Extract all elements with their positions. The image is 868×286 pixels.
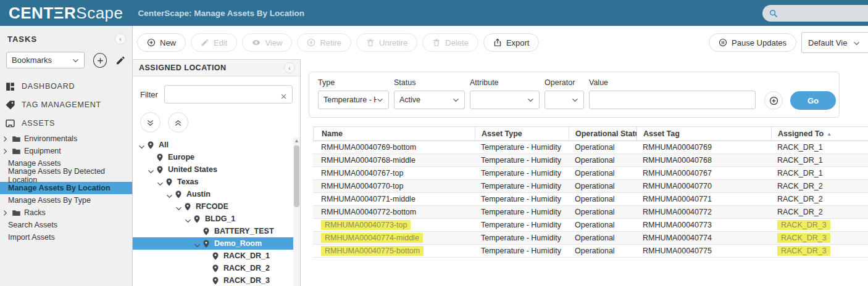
retire-button[interactable]: Retire (297, 33, 351, 52)
scrollbar-thumb[interactable] (294, 145, 299, 207)
sidebar-item-search-assets[interactable]: Search Assets (0, 219, 132, 231)
chevron-down-icon[interactable] (194, 240, 201, 247)
tree-node-rfcode[interactable]: RFCODE (133, 200, 300, 213)
table-row[interactable]: RMHUMA00040770-topTemperature - Humidity… (313, 180, 868, 193)
tree-node-europe[interactable]: Europe (133, 151, 300, 163)
operational_status-value: Operational (575, 182, 615, 190)
add-bookmark-button[interactable] (93, 53, 107, 68)
asset_tag-value: RMHUMA00040773 (643, 221, 712, 229)
tree-node-rack-dr-2[interactable]: RACK_DR_2 (133, 262, 300, 274)
folder-icon (12, 134, 21, 144)
sidebar-item-environmentals[interactable]: Environmentals (0, 133, 132, 145)
column-header-name[interactable]: Name (313, 127, 475, 141)
column-header-asset-tag[interactable]: Asset Tag (636, 127, 771, 141)
attribute-select[interactable] (470, 91, 540, 109)
query-field-label: Status (394, 78, 465, 87)
clear-filter-icon[interactable] (280, 91, 287, 98)
tree-node-demo-room[interactable]: Demo_Room (133, 237, 300, 250)
operational_status-value: Operational (575, 169, 615, 178)
chevron-down-icon[interactable] (138, 142, 145, 149)
global-search[interactable] (762, 5, 868, 22)
new-button[interactable]: New (137, 33, 186, 52)
sidebar-item-equipment[interactable]: Equipment (0, 145, 132, 157)
expand-all-button[interactable] (140, 112, 161, 133)
cell-asset_tag: RMHUMA00040769 (636, 141, 771, 153)
sidebar-item-racks[interactable]: Racks (0, 206, 132, 219)
table-row[interactable]: RMHUMA00040769-bottomTemperature - Humid… (313, 141, 868, 154)
cell-assigned_to: RACK_DR_2 (771, 193, 856, 205)
tree-scrollbar[interactable]: ▲ (293, 137, 300, 286)
asset_tag-value: RMHUMA00040774 (643, 234, 712, 242)
double-chevron-down-icon (146, 118, 154, 126)
table-row[interactable]: RMHUMA00040767-topTemperature - Humidity… (313, 167, 868, 180)
location-pin-icon (165, 178, 173, 187)
go-button[interactable]: Go (790, 91, 836, 110)
column-header-assigned-to[interactable]: Assigned To ▲ (771, 127, 856, 141)
sidebar-item-import-assets[interactable]: Import Assets (0, 231, 132, 243)
tree-node-bldg-1[interactable]: BLDG_1 (133, 213, 300, 225)
edit-bookmarks-button[interactable] (115, 55, 126, 66)
type-select[interactable]: Temperature - Hu (318, 91, 389, 109)
assets-icon (5, 118, 15, 129)
sidebar-item-manage-assets-by-detected-location[interactable]: Manage Assets By Detected Location (0, 170, 132, 182)
export-button[interactable]: Export (483, 33, 540, 52)
value-input[interactable] (589, 91, 756, 109)
export-icon (493, 38, 502, 47)
sidebar-section-tag-management[interactable]: TAG MANAGEMENT (0, 96, 132, 114)
assigned_to-value: RACK_DR_2 (777, 182, 823, 190)
tree-node-all[interactable]: All (133, 139, 300, 151)
chevron-down-icon[interactable] (166, 191, 173, 198)
cell-asset_tag: RMHUMA00040771 (636, 193, 771, 205)
status-select[interactable]: Active (394, 91, 465, 109)
sidebar-item-manage-assets-by-type[interactable]: Manage Assets By Type (0, 194, 132, 206)
sidebar: TASKS ‹ Bookmarks DASHBOARD TAG MANAGEME… (0, 26, 133, 286)
tree-node-austin[interactable]: Austin (133, 188, 300, 200)
dashboard-icon (5, 81, 15, 92)
table-row[interactable]: RMHUMA00040771-middleTemperature - Humid… (313, 193, 868, 206)
cell-asset_tag: RMHUMA00040772 (636, 206, 771, 218)
column-header-asset-type[interactable]: Asset Type (475, 127, 569, 141)
tree-node-rack-dr-3[interactable]: RACK_DR_3 (133, 274, 300, 286)
pause-updates-button[interactable]: Pause Updates (709, 33, 796, 52)
unretire-button[interactable]: Unretire (356, 33, 417, 52)
scroll-up-arrow[interactable]: ▲ (294, 139, 299, 144)
tree-filter-field[interactable] (164, 85, 293, 104)
chevron-down-icon[interactable] (148, 166, 154, 173)
sidebar-section-assets[interactable]: ASSETS (0, 114, 132, 133)
tree-node-rack-dr-1[interactable]: RACK_DR_1 (133, 250, 300, 262)
tree-node-united-states[interactable]: United States (133, 163, 300, 176)
sidebar-collapse-button[interactable]: ‹ (115, 33, 126, 44)
collapse-all-button[interactable] (168, 112, 188, 133)
name-value: RMHUMA00040772-bottom (321, 208, 416, 216)
chevron-down-icon[interactable] (175, 203, 182, 210)
delete-button[interactable]: Delete (422, 33, 478, 52)
operator-select[interactable] (545, 91, 584, 109)
cell-asset_type: Temperature - Humidity (475, 219, 569, 231)
cell-asset_type: Temperature - Humidity (475, 245, 569, 257)
cell-assigned_to: RACK_DR_3 (771, 232, 856, 244)
table-row[interactable]: RMHUMA00040768-middleTemperature - Humid… (313, 154, 868, 167)
table-row[interactable]: RMHUMA00040774-middleTemperature - Humid… (313, 232, 868, 245)
name-value: RMHUMA00040768-middle (321, 156, 415, 165)
view-button[interactable]: View (242, 33, 292, 52)
edit-button[interactable]: Edit (191, 33, 237, 52)
folder-icon (12, 147, 21, 156)
chevron-down-icon[interactable] (185, 216, 191, 223)
sidebar-section-dashboard[interactable]: DASHBOARD (0, 77, 132, 96)
double-chevron-up-icon (174, 118, 182, 126)
bookmarks-select[interactable]: Bookmarks (6, 52, 85, 68)
table-row[interactable]: RMHUMA00040775-bottomTemperature - Humid… (313, 245, 868, 258)
column-header-operational-status[interactable]: Operational Status (569, 127, 636, 141)
view-select[interactable]: Default Vie (801, 32, 868, 53)
top-bar: CENTΞRScape CenterScape: Manage Assets B… (0, 0, 868, 26)
panel-collapse-button[interactable]: ‹ (284, 62, 295, 73)
add-filter-button[interactable] (764, 91, 783, 110)
tree-node-battery-test[interactable]: BATTERY_TEST (133, 225, 300, 237)
query-filter-panel: Type Temperature - Hu Status Active Attr… (309, 72, 840, 118)
chevron-down-icon[interactable] (157, 179, 164, 186)
table-row[interactable]: RMHUMA00040772-bottomTemperature - Humid… (313, 206, 868, 219)
tree-node-texas[interactable]: Texas (133, 176, 300, 188)
table-row[interactable]: RMHUMA00040773-topTemperature - Humidity… (313, 219, 868, 232)
search-input[interactable] (782, 9, 868, 18)
tree-filter-input[interactable] (170, 90, 280, 99)
